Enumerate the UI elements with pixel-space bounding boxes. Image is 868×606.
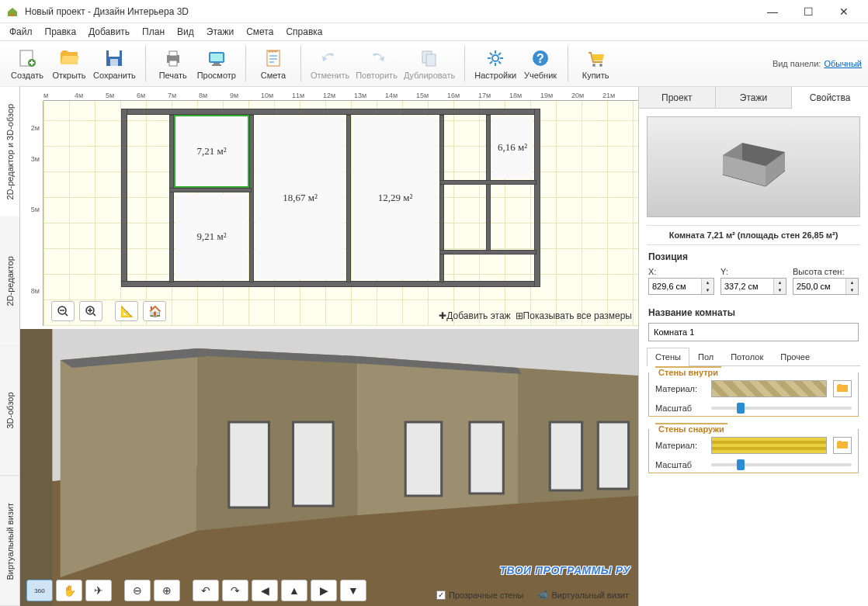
sub-tab-ceiling[interactable]: Потолок — [722, 348, 772, 365]
tool-save[interactable]: Сохранить — [90, 43, 139, 84]
menu-floors[interactable]: Этажи — [200, 24, 240, 40]
svg-text:?: ? — [536, 52, 544, 65]
side-tab-2d[interactable]: 2D-редактор — [0, 216, 19, 347]
prop-tab-floors[interactable]: Этажи — [716, 87, 793, 108]
ruler-vertical: 2м3м5м8м — [20, 101, 43, 326]
y-label: Y: — [720, 267, 786, 276]
side-tabs: 2D-редактор и 3D-обзор 2D-редактор 3D-об… — [0, 87, 20, 606]
sub-tab-walls[interactable]: Стены — [647, 348, 689, 366]
save-icon — [103, 47, 125, 69]
room-preview — [647, 116, 860, 217]
panel-mode-label: Вид панели: — [773, 59, 821, 68]
height-input[interactable]: ▲▼ — [793, 278, 859, 295]
tool-create[interactable]: Создать — [6, 43, 48, 84]
x-input[interactable]: ▲▼ — [648, 278, 714, 295]
tool-redo: Повторить — [352, 43, 401, 84]
svg-point-18 — [592, 64, 595, 67]
menu-estimate[interactable]: Смета — [240, 24, 279, 40]
room-name-input[interactable] — [648, 323, 859, 341]
room-5-label: 9,21 м² — [196, 230, 226, 243]
prop-tab-project[interactable]: Проект — [639, 87, 716, 108]
inner-material-swatch[interactable] — [711, 380, 827, 397]
sub-tab-floor[interactable]: Пол — [689, 348, 722, 365]
ruler-horizontal: м4м5м6м7м8м9м10м11м12м13м14м15м16м17м18м… — [43, 87, 638, 101]
undo-icon — [319, 47, 341, 69]
outer-material-browse[interactable] — [833, 437, 852, 454]
fly-button[interactable]: ✈ — [85, 580, 112, 601]
panel-mode-value[interactable]: Обычный — [824, 59, 862, 68]
orbit-button[interactable]: 360 — [26, 580, 53, 601]
svg-rect-3 — [109, 50, 120, 57]
menu-plan[interactable]: План — [136, 24, 171, 40]
zoom-out-3d-button[interactable]: ⊖ — [124, 580, 151, 601]
tool-settings[interactable]: Настройки — [471, 43, 519, 84]
rotate-right-button[interactable]: ↷ — [222, 580, 248, 601]
zoom-out-button[interactable] — [51, 301, 75, 321]
walls-outer-title: Стены снаружи — [655, 423, 727, 434]
svg-point-19 — [599, 64, 602, 67]
inner-scale-slider[interactable] — [711, 407, 852, 410]
preview-icon — [206, 47, 227, 69]
menu-help[interactable]: Справка — [279, 24, 328, 40]
outer-scale-label: Масштаб — [655, 460, 705, 469]
tool-open[interactable]: Открыть — [48, 43, 90, 84]
zoom-in-3d-button[interactable]: ⊕ — [154, 580, 180, 601]
maximize-button[interactable]: ☐ — [790, 0, 826, 23]
add-floor-button[interactable]: ✚Добавить этаж — [439, 310, 510, 321]
redo-icon — [366, 47, 387, 69]
menubar: Файл Правка Добавить План Вид Этажи Смет… — [0, 23, 868, 40]
outer-scale-slider[interactable] — [711, 463, 852, 466]
estimate-icon — [262, 47, 284, 69]
svg-rect-14 — [426, 54, 436, 66]
plan-tools-left: 📐 🏠 — [51, 301, 166, 321]
room-4-label: 6,16 м² — [498, 141, 527, 154]
panel-mode: Вид панели: Обычный — [773, 59, 862, 68]
tool-estimate[interactable]: Смета — [252, 43, 294, 84]
tool-preview[interactable]: Просмотр — [194, 43, 239, 84]
app-icon — [6, 5, 19, 18]
tool-buy[interactable]: Купить — [575, 43, 616, 84]
plan-2d-area[interactable]: м4м5м6м7м8м9м10м11м12м13м14м15м16м17м18м… — [20, 87, 638, 326]
svg-rect-31 — [229, 422, 269, 507]
side-tab-virtual[interactable]: Виртуальный визит — [0, 476, 19, 607]
view-3d-area[interactable]: 360 ✋ ✈ ⊖ ⊕ ↶ ↷ ◀ ▲ ▶ ▼ ✓ Прозрачные сте… — [20, 329, 638, 606]
close-button[interactable]: ✕ — [826, 0, 862, 23]
tool-tutorial[interactable]: ?Учебник — [519, 43, 561, 84]
side-tab-2d-3d[interactable]: 2D-редактор и 3D-обзор — [0, 87, 19, 216]
tool-print[interactable]: Печать — [152, 43, 194, 84]
y-input[interactable]: ▲▼ — [720, 278, 786, 295]
virtual-visit-option[interactable]: 📹 Виртуальный визит — [537, 590, 629, 600]
rotate-left-button[interactable]: ↶ — [193, 580, 219, 601]
properties-panel: Проект Этажи Свойства Комната 7,21 м² (п… — [638, 87, 868, 606]
window-title: Новый проект - Дизайн Интерьера 3D — [25, 6, 755, 17]
home-button[interactable]: 🏠 — [143, 301, 166, 321]
transparent-walls-option[interactable]: ✓ Прозрачные стены — [436, 590, 523, 600]
side-tab-3d[interactable]: 3D-обзор — [0, 346, 19, 476]
position-title: Позиция — [648, 251, 859, 262]
outer-material-swatch[interactable] — [711, 437, 827, 454]
room-info: Комната 7,21 м² (площадь стен 26,85 м²) — [647, 225, 860, 245]
inner-material-browse[interactable] — [833, 380, 852, 397]
nav-right-button[interactable]: ▶ — [311, 580, 337, 601]
show-dims-button[interactable]: ⊞Показывать все размеры — [516, 310, 632, 321]
svg-rect-12 — [267, 50, 279, 66]
create-icon — [16, 47, 38, 69]
minimize-button[interactable]: — — [755, 0, 790, 23]
measure-button[interactable]: 📐 — [115, 301, 138, 321]
prop-tab-properties[interactable]: Свойства — [792, 87, 868, 109]
svg-rect-9 — [210, 54, 223, 61]
nav-down-button[interactable]: ▼ — [340, 580, 366, 601]
tool-undo: Отменить — [307, 43, 352, 84]
watermark: ТВОИ ПРОГРАММЫ РУ — [499, 564, 630, 577]
menu-add[interactable]: Добавить — [82, 24, 136, 40]
menu-view[interactable]: Вид — [171, 24, 200, 40]
pan-button[interactable]: ✋ — [56, 580, 82, 601]
nav-up-button[interactable]: ▲ — [281, 580, 307, 601]
menu-edit[interactable]: Правка — [39, 24, 83, 40]
zoom-in-button[interactable] — [79, 301, 102, 321]
buy-icon — [585, 47, 606, 69]
svg-rect-34 — [470, 422, 503, 493]
nav-left-button[interactable]: ◀ — [252, 580, 278, 601]
menu-file[interactable]: Файл — [3, 24, 39, 40]
sub-tab-other[interactable]: Прочее — [772, 348, 818, 365]
